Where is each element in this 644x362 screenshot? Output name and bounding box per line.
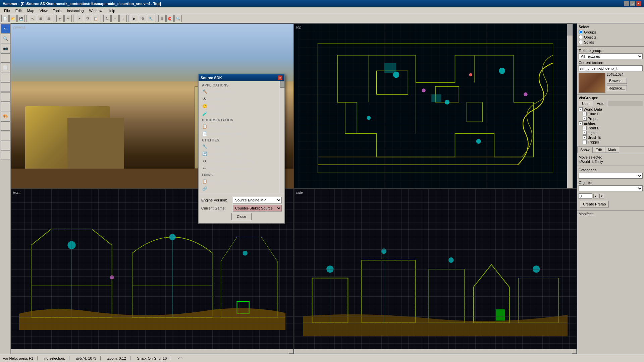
toolbar-select[interactable]: ↖: [29, 15, 36, 22]
sdk-item-createmod[interactable]: 🔧 Create a Mod: [199, 143, 284, 150]
browse-button[interactable]: Browse...: [607, 78, 627, 84]
menu-tools[interactable]: Tools: [50, 8, 64, 13]
sdk-close-icon[interactable]: ×: [278, 75, 282, 80]
minimize-button[interactable]: _: [624, 1, 629, 6]
current-game-dropdown[interactable]: Counter-Strike: Source: [233, 205, 282, 212]
vis-check-worlddata[interactable]: ✓: [579, 107, 583, 111]
sdk-item-sdkdocs[interactable]: 📄 SDK Reference Docs: [199, 130, 284, 137]
create-prefab-button[interactable]: Create Prefab: [580, 201, 609, 207]
vis-check-trigger[interactable]: [583, 140, 587, 144]
viewport-top[interactable]: top: [294, 23, 577, 189]
menu-help[interactable]: Help: [105, 8, 118, 13]
tab-auto[interactable]: Auto: [593, 101, 608, 106]
tool-wedge[interactable]: △: [1, 73, 10, 82]
toolbar-new[interactable]: 📄: [1, 15, 9, 22]
tool-vertex[interactable]: ◇: [1, 121, 10, 131]
sdk-item-refreshsdk[interactable]: 🔄 Refresh SDK Content: [199, 150, 284, 158]
objects-option[interactable]: Objects: [579, 35, 596, 39]
objects-dropdown[interactable]: [579, 185, 643, 191]
vis-item-pointe[interactable]: ✓ Point E: [579, 126, 643, 130]
tool-arch[interactable]: ⌒: [1, 92, 10, 102]
sdk-close-button[interactable]: Close: [231, 213, 252, 220]
toolbar-run[interactable]: ⚙: [139, 15, 146, 22]
replace-button[interactable]: Replace...: [607, 85, 627, 91]
tool-entity[interactable]: ⬡: [1, 53, 10, 63]
sdk-scrollbar-thumb[interactable]: [280, 81, 285, 88]
tool-camera[interactable]: 📷: [1, 44, 10, 53]
menu-instancing[interactable]: Instancing: [64, 8, 86, 13]
sdk-item-modelviewer[interactable]: 👁 Model Viewer: [199, 95, 284, 103]
vis-check-entities[interactable]: ✓: [579, 121, 583, 125]
sdk-item-resetgame[interactable]: ↺ Reset Game Configurations: [199, 158, 284, 165]
decrement-btn[interactable]: ▼: [599, 194, 604, 198]
sdk-item-faceposer[interactable]: 😊 Face Poser: [199, 103, 284, 110]
toolbar-copy[interactable]: ⧉: [84, 15, 91, 22]
tool-path[interactable]: 〜: [1, 141, 10, 150]
sdk-item-valve[interactable]: 📋 Valve Developer Community: [199, 178, 284, 185]
solids-option[interactable]: Solids: [579, 40, 594, 44]
vis-item-brushe[interactable]: ✓ Brush E: [579, 135, 643, 140]
sdk-item-releasenotes[interactable]: 📋 Release Notes: [199, 123, 284, 130]
objects-value-input[interactable]: [579, 193, 592, 199]
menu-file[interactable]: File: [1, 8, 13, 13]
tool-select[interactable]: ↖: [1, 24, 10, 34]
vis-item-funcd[interactable]: ✓ Func D: [579, 112, 643, 116]
sdk-item-itemtest[interactable]: 🧪 itemtest: [199, 110, 284, 117]
toolbar-snap[interactable]: 🧲: [166, 15, 174, 22]
tab-mark[interactable]: Mark: [605, 147, 619, 153]
vis-check-props[interactable]: ✓: [583, 117, 587, 121]
maximize-button[interactable]: □: [630, 1, 635, 6]
menu-window[interactable]: Window: [87, 8, 105, 13]
menu-map[interactable]: Map: [24, 8, 37, 13]
toolbar-flip-v[interactable]: ↕: [119, 15, 127, 22]
tab-show[interactable]: Show: [577, 147, 593, 153]
toolbar-save[interactable]: 💾: [17, 15, 25, 22]
groups-option[interactable]: Groups: [579, 30, 596, 34]
toolbar-options[interactable]: 🔧: [147, 15, 154, 22]
texture-group-dropdown[interactable]: All Textures: [579, 53, 643, 59]
tool-magnify[interactable]: 🔍: [1, 34, 10, 43]
toolbar-zoom[interactable]: 🔍: [174, 15, 182, 22]
tab-user[interactable]: User: [579, 101, 593, 106]
sdk-item-hammer[interactable]: 🔨 Hammer Editor: [199, 88, 284, 95]
vis-check-brushe[interactable]: ✓: [583, 135, 587, 139]
toolbar-grid[interactable]: ⊞: [158, 15, 166, 22]
vis-item-worlddata[interactable]: ✓ World Data: [579, 107, 643, 112]
menu-view[interactable]: View: [37, 8, 50, 13]
toolbar-undo[interactable]: ↩: [56, 15, 64, 22]
vis-item-props[interactable]: ✓ Props: [579, 116, 643, 121]
categories-dropdown[interactable]: [579, 173, 643, 179]
vis-check-pointe[interactable]: ✓: [583, 126, 587, 130]
toolbar-select2[interactable]: ⊞: [37, 15, 44, 22]
increment-btn[interactable]: ▲: [593, 194, 598, 198]
vis-item-entities[interactable]: ✓ Entities: [579, 121, 643, 126]
toolbar-cut[interactable]: ✂: [76, 15, 83, 22]
vis-item-lights[interactable]: ✓ Lights: [579, 130, 643, 135]
window-controls[interactable]: _ □ ×: [624, 1, 641, 6]
tool-clip[interactable]: ✂: [1, 131, 10, 140]
menu-edit[interactable]: Edit: [13, 8, 24, 13]
tool-sphere[interactable]: ●: [1, 102, 10, 111]
tab-edit[interactable]: Edit: [593, 147, 605, 153]
tool-texture[interactable]: 🎨: [1, 112, 10, 121]
sdk-scrollbar[interactable]: [280, 81, 284, 194]
vis-check-lights[interactable]: ✓: [583, 131, 587, 135]
tool-overlay[interactable]: □: [1, 150, 10, 160]
toolbar-flip-h[interactable]: ↔: [111, 15, 119, 22]
toolbar-open[interactable]: 📂: [9, 15, 17, 22]
sdk-item-other[interactable]: 🔗 ...: [199, 185, 284, 192]
current-texture-input[interactable]: [579, 65, 643, 71]
toolbar-compile[interactable]: ▶: [131, 15, 138, 22]
toolbar-rotate[interactable]: ↻: [103, 15, 111, 22]
vis-check-funcd[interactable]: ✓: [583, 112, 587, 116]
tool-block[interactable]: ⬜: [1, 63, 10, 72]
sdk-item-editgame[interactable]: ✏ Edit Game Configurations: [199, 165, 284, 172]
toolbar-select3[interactable]: ⊟: [45, 15, 52, 22]
toolbar-redo[interactable]: ↪: [64, 15, 72, 22]
vis-item-trigger[interactable]: Trigger: [579, 140, 643, 144]
toolbar-paste[interactable]: 📋: [92, 15, 99, 22]
engine-version-dropdown[interactable]: Source Engine MP: [233, 197, 282, 203]
tool-cylinder[interactable]: ◯: [1, 82, 10, 92]
viewport-side[interactable]: side: [294, 189, 577, 354]
close-button[interactable]: ×: [636, 1, 641, 6]
